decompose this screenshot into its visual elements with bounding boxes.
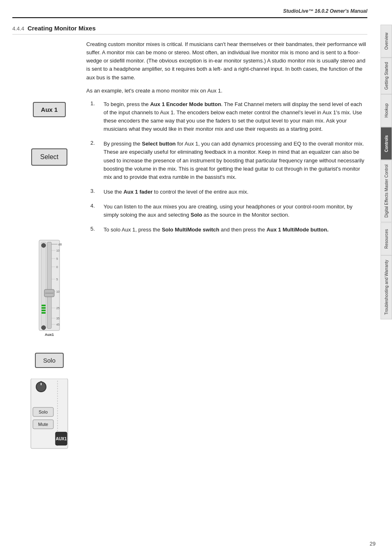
intro-paragraph: Creating custom monitor mixes is critica… [86, 40, 367, 82]
step-5-number: 5. [90, 226, 99, 232]
select-label: Select [40, 153, 58, 160]
svg-text:Solo: Solo [39, 409, 48, 414]
svg-text:45: 45 [56, 323, 60, 326]
sidebar-tab-resources[interactable]: Resources [380, 222, 392, 255]
solo-button[interactable]: Solo [35, 353, 64, 368]
step-4-number: 4. [90, 203, 99, 209]
svg-text:10: 10 [56, 290, 60, 293]
step-1-number: 1. [90, 100, 99, 106]
channel-strip-wrap: Solo Mute AUX1 [29, 379, 70, 452]
svg-text:35: 35 [56, 317, 60, 320]
svg-text:5: 5 [56, 257, 58, 260]
sidebar-tab-label: Controls [384, 135, 389, 152]
sidebar-tab-getting-started[interactable]: Getting Started [380, 58, 392, 94]
sidebar-tab-label: Digital Effects Master Control [384, 164, 389, 217]
step-3-content: Use the Aux 1 fader to control the level… [104, 188, 367, 196]
svg-rect-22 [42, 310, 46, 311]
sidebar-tab-label: Hookup [384, 104, 389, 118]
solo-label: Solo [43, 357, 55, 364]
step-4-content: You can listen to the aux mixes you are … [104, 203, 367, 219]
step-1-content: To begin, press the Aux 1 Encoder Mode b… [104, 100, 367, 134]
svg-point-27 [42, 243, 46, 247]
aux1-button[interactable]: Aux 1 [33, 102, 66, 117]
aux1-label: Aux 1 [41, 106, 58, 113]
sidebar-tab-label: Troubleshooting and Warranty [384, 260, 389, 315]
svg-rect-20 [41, 242, 46, 328]
sidebar-tab-controls[interactable]: Controls [380, 127, 392, 160]
svg-text:Mute: Mute [38, 422, 48, 427]
step-3: 3. Use the Aux 1 fader to control the le… [90, 188, 367, 196]
step-5-content: To solo Aux 1, press the Solo MultiMode … [104, 226, 367, 234]
main-content: StudioLive™ 16.0.2 Owner's Manual 4.4.4 … [0, 0, 380, 468]
sidebar-tab-overview[interactable]: Overview [380, 25, 392, 58]
page-container: Overview Getting Started Hookup Controls… [0, 0, 392, 555]
svg-text:AUX1: AUX1 [56, 437, 67, 441]
sidebar-tab-label: Overview [384, 32, 389, 50]
section-heading: 4.4.4 Creating Monitor Mixes [12, 25, 367, 35]
svg-point-28 [42, 326, 46, 330]
step-2-content: By pressing the Select button for Aux 1,… [104, 140, 367, 181]
sidebar-tab-label: Resources [384, 229, 389, 249]
sidebar-tab-digital-effects[interactable]: Digital Effects Master Control [380, 160, 392, 222]
fader-svg: dB 10 5 0 5 10 25 35 [33, 238, 66, 341]
aux1-button-wrap: Aux 1 [33, 102, 66, 117]
section-number: 4.4.4 [12, 25, 24, 32]
svg-text:25: 25 [56, 307, 60, 310]
svg-text:0: 0 [56, 266, 58, 268]
step-3-number: 3. [90, 188, 99, 194]
svg-rect-24 [42, 305, 46, 306]
content-layout: Aux 1 Select dB [12, 100, 367, 452]
step-2: 2. By pressing the Select button for Aux… [90, 140, 367, 181]
step-1: 1. To begin, press the Aux 1 Encoder Mod… [90, 100, 367, 134]
images-column: Aux 1 Select dB [12, 100, 86, 452]
svg-rect-19 [47, 242, 51, 328]
svg-text:dB: dB [58, 243, 62, 246]
page-number: 29 [370, 541, 376, 547]
text-column: 1. To begin, press the Aux 1 Encoder Mod… [86, 100, 367, 452]
page-header: StudioLive™ 16.0.2 Owner's Manual [12, 8, 367, 18]
channel-strip-svg: Solo Mute AUX1 [29, 379, 70, 451]
sidebar-tab-label: Getting Started [384, 62, 389, 90]
example-text: As an example, let's create a mono monit… [86, 88, 367, 94]
page-title: StudioLive™ 16.0.2 Owner's Manual [283, 8, 367, 14]
svg-rect-23 [42, 307, 46, 309]
solo-button-wrap: Solo [35, 353, 64, 368]
select-button[interactable]: Select [31, 148, 67, 166]
fader-strip-wrap: dB 10 5 0 5 10 25 35 [33, 238, 66, 342]
svg-text:Aux1: Aux1 [45, 333, 54, 337]
section-title: Creating Monitor Mixes [28, 25, 96, 32]
step-4: 4. You can listen to the aux mixes you a… [90, 203, 367, 219]
sidebar-tab-hookup[interactable]: Hookup [380, 94, 392, 127]
sidebar-tab-troubleshooting[interactable]: Troubleshooting and Warranty [380, 255, 392, 319]
svg-rect-21 [42, 312, 46, 314]
svg-point-33 [40, 381, 42, 383]
svg-text:10: 10 [56, 249, 60, 252]
step-2-number: 2. [90, 140, 99, 146]
svg-text:5: 5 [56, 278, 58, 281]
sidebar-tabs: Overview Getting Started Hookup Controls… [380, 25, 392, 319]
select-button-wrap: Select [31, 148, 67, 166]
step-5: 5. To solo Aux 1, press the Solo MultiMo… [90, 226, 367, 234]
